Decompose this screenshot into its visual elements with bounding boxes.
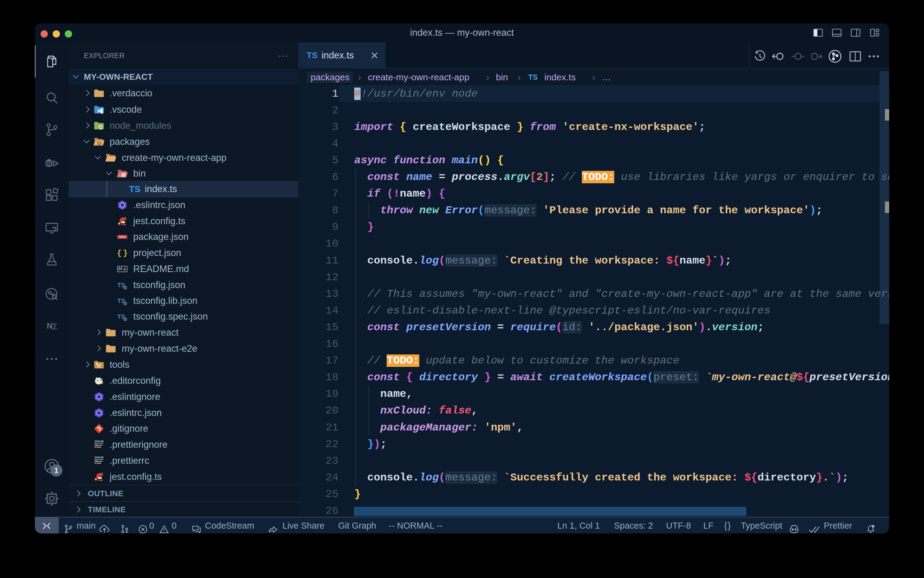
svg-text:N: N	[47, 321, 53, 331]
svg-text:10: 10	[122, 175, 125, 177]
svg-text:JS: JS	[99, 125, 103, 129]
svg-text:{ }: { }	[117, 249, 128, 258]
svg-text:npm: npm	[119, 235, 126, 239]
svg-text:Σ: Σ	[52, 322, 58, 331]
